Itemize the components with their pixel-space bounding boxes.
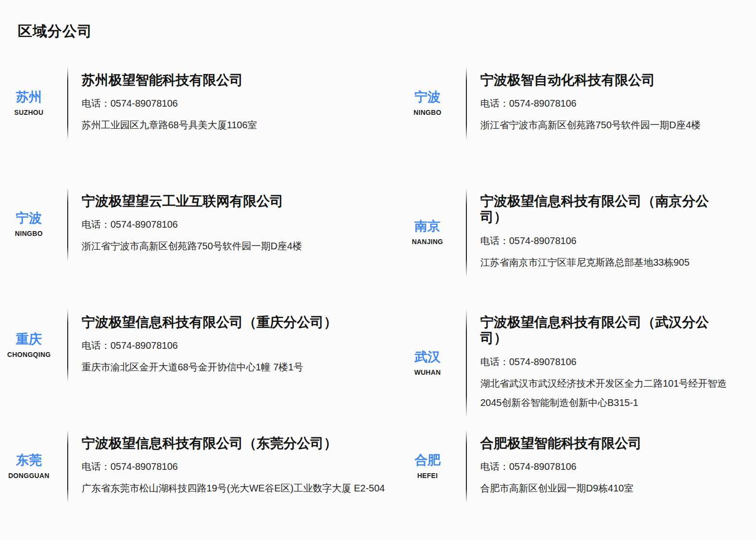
phone-number: 0574-89078106 <box>509 98 576 109</box>
phone-label: 电话： <box>82 98 110 109</box>
vertical-divider <box>466 188 467 277</box>
phone-label: 电话： <box>82 461 110 472</box>
branch-city-name-en: SUZHOU <box>7 109 50 116</box>
phone-label: 电话： <box>480 98 509 109</box>
phone-label: 电话： <box>82 340 110 351</box>
branch-card: 东莞 DONGGUAN 宁波极望信息科技有限公司（东莞分公司） 电话：0574-… <box>7 434 406 499</box>
branch-city-block: 南京 NANJING <box>406 219 449 245</box>
phone-number: 0574-89078106 <box>509 356 576 367</box>
branch-city-name-cn: 宁波 <box>406 90 449 105</box>
branch-address: 苏州工业园区九章路68号具美大厦1106室 <box>82 115 257 135</box>
vertical-divider <box>466 309 467 417</box>
phone-label: 电话： <box>480 356 509 367</box>
branch-city-block: 宁波 NINGBO <box>406 90 449 116</box>
branch-city-name-cn: 南京 <box>406 219 449 234</box>
branch-phone: 电话：0574-89078106 <box>82 340 337 351</box>
branch-card: 南京 NANJING 宁波极望信息科技有限公司（南京分公司） 电话：0574-8… <box>406 192 756 273</box>
branch-address: 重庆市渝北区金开大道68号金开协信中心1幢 7楼1号 <box>82 357 337 377</box>
branch-company-name: 宁波极望信息科技有限公司（东莞分公司） <box>82 435 385 452</box>
branch-company-name: 苏州极望智能科技有限公司 <box>82 72 257 88</box>
branch-phone: 电话：0574-89078106 <box>82 98 257 109</box>
phone-number: 0574-89078106 <box>509 235 576 246</box>
vertical-divider <box>466 430 467 503</box>
branch-card: 武汉 WUHAN 宁波极望信息科技有限公司（武汉分公司） 电话：0574-890… <box>406 313 756 413</box>
vertical-divider <box>67 430 68 503</box>
branch-company-name: 宁波极望信息科技有限公司（武汉分公司） <box>480 314 732 346</box>
branch-company-name: 宁波极望望云工业互联网有限公司 <box>82 193 302 209</box>
branch-phone: 电话：0574-89078106 <box>480 356 732 368</box>
branch-phone: 电话：0574-89078106 <box>480 235 732 246</box>
branch-details: 宁波极望信息科技有限公司（武汉分公司） 电话：0574-89078106 湖北省… <box>480 313 732 413</box>
branch-details: 宁波极望望云工业互联网有限公司 电话：0574-89078106 浙江省宁波市高… <box>82 192 302 257</box>
branch-address: 江苏省南京市江宁区菲尼克斯路总部基地33栋905 <box>480 253 732 272</box>
branch-address: 广东省东莞市松山湖科技四路19号(光大WE谷E区)工业数字大厦 E2-504 <box>82 479 385 498</box>
vertical-divider <box>67 188 68 261</box>
page-title: 区域分公司 <box>18 22 756 40</box>
branch-card: 合肥 HEFEI 合肥极望智能科技有限公司 电话：0574-89078106 合… <box>406 434 756 499</box>
branch-address: 浙江省宁波市高新区创苑路750号软件园一期D座4楼 <box>82 236 302 256</box>
vertical-divider <box>67 309 68 382</box>
branch-details: 合肥极望智能科技有限公司 电话：0574-89078106 合肥市高新区创业园一… <box>480 434 642 499</box>
branch-city-block: 合肥 HEFEI <box>406 453 449 479</box>
branch-city-name-cn: 东莞 <box>7 453 50 468</box>
branch-details: 宁波极望信息科技有限公司（重庆分公司） 电话：0574-89078106 重庆市… <box>82 313 337 378</box>
branch-address: 湖北省武汉市武汉经济技术开发区全力二路101号经开智造2045创新谷智能制造创新… <box>480 374 732 412</box>
branch-phone: 电话：0574-89078106 <box>82 461 385 472</box>
branch-company-name: 宁波极望信息科技有限公司（南京分公司） <box>480 193 732 225</box>
branch-city-name-en: DONGGUAN <box>7 472 50 479</box>
branch-address: 浙江省宁波市高新区创苑路750号软件园一期D座4楼 <box>480 115 701 135</box>
branch-phone: 电话：0574-89078106 <box>82 219 302 230</box>
vertical-divider <box>466 67 467 140</box>
phone-label: 电话： <box>82 219 110 230</box>
branch-card: 宁波 NINGBO 宁波极望望云工业互联网有限公司 电话：0574-890781… <box>7 192 406 257</box>
branch-company-name: 宁波极望信息科技有限公司（重庆分公司） <box>82 314 337 331</box>
branch-city-name-en: HEFEI <box>406 472 449 479</box>
branch-details: 苏州极望智能科技有限公司 电话：0574-89078106 苏州工业园区九章路6… <box>82 71 257 136</box>
branch-city-name-en: NINGBO <box>7 230 50 237</box>
branch-city-block: 武汉 WUHAN <box>406 350 449 376</box>
branch-city-block: 宁波 NINGBO <box>7 211 50 237</box>
branch-city-name-cn: 宁波 <box>7 211 50 226</box>
branch-city-name-en: WUHAN <box>406 368 449 376</box>
branch-details: 宁波极望信息科技有限公司（东莞分公司） 电话：0574-89078106 广东省… <box>82 434 385 499</box>
branch-city-block: 苏州 SUZHOU <box>7 90 50 116</box>
phone-number: 0574-89078106 <box>110 461 178 472</box>
branch-phone: 电话：0574-89078106 <box>480 98 701 109</box>
branch-offices-page: 区域分公司 苏州 SUZHOU 苏州极望智能科技有限公司 电话：0574-890… <box>0 0 756 540</box>
branch-company-name: 合肥极望智能科技有限公司 <box>480 435 642 452</box>
branch-phone: 电话：0574-89078106 <box>480 461 642 472</box>
branch-card: 重庆 CHONGQING 宁波极望信息科技有限公司（重庆分公司） 电话：0574… <box>7 313 406 378</box>
branch-city-name-en: NANJING <box>406 238 449 245</box>
branch-city-block: 重庆 CHONGQING <box>7 332 50 358</box>
phone-number: 0574-89078106 <box>110 219 178 230</box>
branch-city-name-en: CHONGQING <box>7 351 50 358</box>
branch-city-name-cn: 苏州 <box>7 90 50 105</box>
phone-label: 电话： <box>480 461 509 472</box>
branch-card: 宁波 NINGBO 宁波极智自动化科技有限公司 电话：0574-89078106… <box>406 71 756 136</box>
branch-company-name: 宁波极智自动化科技有限公司 <box>480 72 701 88</box>
branch-city-block: 东莞 DONGGUAN <box>7 453 50 479</box>
branch-city-name-en: NINGBO <box>406 109 449 116</box>
branch-grid: 苏州 SUZHOU 苏州极望智能科技有限公司 电话：0574-89078106 … <box>7 71 756 540</box>
branch-details: 宁波极望信息科技有限公司（南京分公司） 电话：0574-89078106 江苏省… <box>480 192 732 273</box>
branch-city-name-cn: 武汉 <box>406 350 449 365</box>
branch-card: 苏州 SUZHOU 苏州极望智能科技有限公司 电话：0574-89078106 … <box>7 71 406 136</box>
phone-label: 电话： <box>480 235 509 246</box>
branch-city-name-cn: 合肥 <box>406 453 449 468</box>
vertical-divider <box>67 67 68 140</box>
phone-number: 0574-89078106 <box>110 98 178 109</box>
branch-city-name-cn: 重庆 <box>7 332 50 347</box>
phone-number: 0574-89078106 <box>509 461 576 472</box>
phone-number: 0574-89078106 <box>110 340 178 351</box>
branch-address: 合肥市高新区创业园一期D9栋410室 <box>480 479 642 498</box>
branch-details: 宁波极智自动化科技有限公司 电话：0574-89078106 浙江省宁波市高新区… <box>480 71 701 136</box>
